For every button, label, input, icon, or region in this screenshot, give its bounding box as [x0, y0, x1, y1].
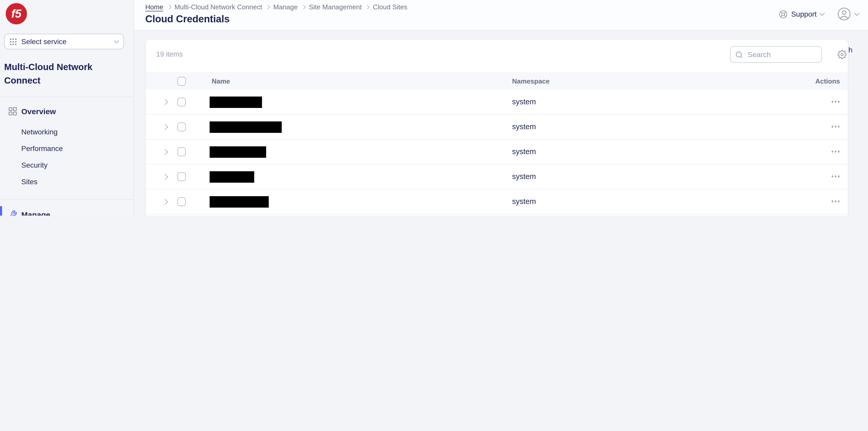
redacted-name-value — [210, 146, 266, 158]
breadcrumb-item[interactable]: Site Management — [309, 3, 362, 11]
items-count: 19 items — [156, 50, 183, 58]
support-label: Support — [791, 10, 817, 18]
life-ring-icon — [779, 9, 787, 19]
namespace-value: system — [512, 122, 536, 131]
breadcrumb-item[interactable]: Cloud Sites — [373, 3, 407, 11]
column-header-namespace: Namespace — [512, 77, 550, 85]
sidebar-item-label: Manage — [21, 210, 50, 216]
header-right: Support — [779, 7, 859, 21]
service-selector[interactable]: Select service — [4, 34, 124, 49]
select-all-checkbox[interactable] — [178, 76, 186, 85]
namespace-value: system — [512, 172, 536, 181]
table-row: system — [146, 214, 848, 216]
table-row: system — [146, 164, 848, 189]
row-checkbox[interactable] — [178, 172, 186, 181]
namespace-value: system — [512, 147, 536, 156]
sidebar-subitem-networking[interactable]: Networking — [0, 125, 133, 139]
chevron-down-icon — [819, 11, 825, 16]
row-checkbox[interactable] — [178, 98, 186, 106]
sidebar-item-overview[interactable]: Overview — [0, 104, 133, 118]
chevron-right-icon — [162, 124, 167, 130]
row-expander-button[interactable] — [161, 173, 169, 181]
column-header-name: Name — [212, 77, 230, 85]
breadcrumb-item[interactable]: Home — [145, 3, 163, 11]
row-checkbox[interactable] — [178, 122, 186, 131]
sidebar-item-label: Overview — [21, 106, 56, 116]
divider — [0, 96, 133, 97]
table-row: system — [146, 90, 848, 115]
account-menu[interactable] — [837, 7, 859, 21]
table-body: systemsystemsystemsystemsystemsystemsyst… — [146, 90, 848, 216]
row-expander-button[interactable] — [161, 123, 169, 131]
sidebar-subitem-performance[interactable]: Performance — [0, 141, 133, 156]
credentials-table-card: 19 items Name Namespace Actions syste — [145, 39, 848, 216]
redacted-name-value — [210, 96, 262, 108]
page-title: Cloud Credentials — [145, 13, 229, 25]
namespace-value: system — [512, 197, 536, 206]
table-row: system — [146, 189, 848, 214]
table-header: Name Namespace Actions — [146, 72, 848, 90]
search-icon — [735, 51, 743, 58]
row-expander-button[interactable] — [161, 198, 169, 206]
f5-logo-text: f5 — [11, 7, 21, 21]
chevron-down-icon — [114, 38, 119, 43]
sidebar-subitem-label: Sites — [21, 178, 37, 186]
row-checkbox[interactable] — [178, 147, 186, 156]
column-header-actions: Actions — [815, 77, 840, 85]
main-area: HomeMulti-Cloud Network ConnectManageSit… — [134, 0, 868, 216]
redacted-name-value — [210, 121, 282, 133]
row-actions-menu-button[interactable] — [831, 151, 839, 152]
top-header: HomeMulti-Cloud Network ConnectManageSit… — [134, 0, 868, 31]
sidebar-item-manage[interactable]: Manage — [0, 207, 133, 216]
app-root: f5 Select service Multi-Cloud Network Co… — [0, 0, 868, 216]
sidebar: f5 Select service Multi-Cloud Network Co… — [0, 0, 134, 216]
breadcrumb-item[interactable]: Manage — [273, 3, 298, 11]
wrench-icon — [8, 210, 17, 216]
row-actions-menu-button[interactable] — [831, 200, 839, 202]
sidebar-subitem-label: Performance — [21, 144, 63, 153]
divider — [0, 199, 133, 200]
sidebar-subitem-sites[interactable]: Sites — [0, 174, 133, 189]
row-checkbox[interactable] — [178, 197, 186, 206]
breadcrumb-separator-icon — [167, 5, 171, 9]
apps-grid-icon — [10, 38, 17, 45]
avatar-icon — [837, 7, 851, 21]
sidebar-subitem-security[interactable]: Security — [0, 158, 133, 172]
row-actions-menu-button[interactable] — [831, 101, 839, 102]
table-row: system — [146, 140, 848, 164]
redacted-name-value — [210, 196, 269, 208]
table-row: system — [146, 115, 848, 140]
breadcrumb-separator-icon — [266, 5, 270, 9]
support-menu[interactable]: Support — [779, 9, 824, 19]
breadcrumb: HomeMulti-Cloud Network ConnectManageSit… — [145, 3, 407, 11]
breadcrumb-separator-icon — [365, 5, 369, 9]
row-expander-button[interactable] — [161, 98, 169, 106]
redacted-name-value — [210, 171, 254, 183]
breadcrumb-item[interactable]: Multi-Cloud Network Connect — [174, 3, 262, 11]
grid-icon — [8, 106, 17, 116]
chevron-right-icon — [162, 99, 167, 105]
gear-icon — [837, 50, 847, 59]
row-expander-button[interactable] — [161, 148, 169, 156]
chevron-right-icon — [162, 174, 167, 180]
row-actions-menu-button[interactable] — [831, 126, 839, 127]
chevron-down-icon — [854, 11, 860, 16]
row-actions-menu-button[interactable] — [831, 176, 839, 177]
service-title: Multi-Cloud Network Connect — [4, 60, 123, 87]
sidebar-subitem-label: Networking — [21, 128, 58, 136]
service-selector-label: Select service — [21, 37, 110, 46]
search-box — [730, 46, 822, 63]
search-input[interactable] — [747, 50, 817, 59]
f5-logo[interactable]: f5 — [6, 3, 27, 24]
namespace-value: system — [512, 98, 536, 106]
chevron-right-icon — [162, 149, 167, 155]
table-settings-button[interactable] — [837, 50, 847, 61]
chevron-right-icon — [162, 199, 167, 205]
breadcrumb-separator-icon — [301, 5, 305, 9]
sidebar-subitem-label: Security — [21, 161, 48, 169]
